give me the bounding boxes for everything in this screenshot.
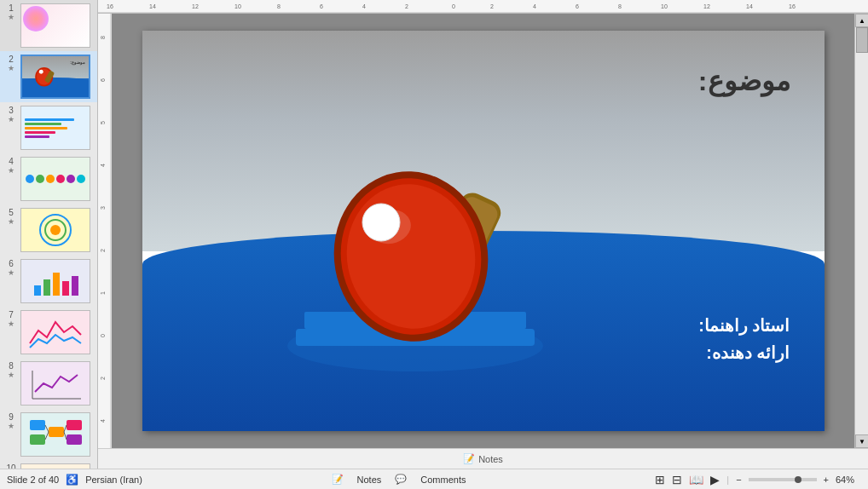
ruler-left: 8 6 5 4 3 2 1 0 2 4 6 bbox=[98, 14, 112, 448]
language-label: Persian (Iran) bbox=[85, 475, 142, 485]
paddle-illustration bbox=[279, 124, 552, 380]
svg-rect-16 bbox=[49, 427, 64, 437]
svg-text:10: 10 bbox=[661, 3, 668, 9]
svg-text:14: 14 bbox=[746, 3, 753, 9]
slide-thumb-5[interactable]: 5 ★ bbox=[0, 204, 97, 256]
ruler-top: 16 14 12 10 8 6 4 2 0 2 4 6 8 10 12 14 1… bbox=[98, 0, 868, 14]
svg-text:4: 4 bbox=[533, 3, 536, 9]
zoom-out-button[interactable]: − bbox=[736, 475, 741, 485]
scroll-thumb[interactable] bbox=[856, 27, 868, 53]
svg-line-22 bbox=[64, 432, 67, 440]
notes-status-label[interactable]: Notes bbox=[357, 475, 382, 485]
svg-rect-14 bbox=[30, 420, 45, 430]
svg-text:8: 8 bbox=[100, 36, 106, 39]
slide-thumb-7[interactable]: 7 ★ bbox=[0, 307, 97, 358]
vertical-scrollbar[interactable]: ▲ ▼ bbox=[854, 14, 868, 448]
slide-title: موضوع: bbox=[698, 65, 790, 97]
notes-label: Notes bbox=[478, 454, 503, 464]
scroll-track[interactable] bbox=[855, 27, 868, 434]
content-area: 16 14 12 10 8 6 4 2 0 2 4 6 8 10 12 14 1… bbox=[98, 0, 868, 469]
svg-text:2: 2 bbox=[490, 3, 494, 9]
svg-text:14: 14 bbox=[149, 3, 156, 9]
reading-view-icon[interactable]: 📖 bbox=[689, 473, 703, 486]
slide-frame: موضوع: bbox=[142, 31, 825, 431]
scroll-down-button[interactable]: ▼ bbox=[855, 434, 868, 448]
status-bar: Slide 2 of 40 ♿ Persian (Iran) 📝 Notes 💬… bbox=[0, 469, 868, 489]
svg-rect-11 bbox=[72, 276, 78, 296]
svg-text:6: 6 bbox=[576, 3, 579, 9]
accessibility-icon: ♿ bbox=[66, 474, 78, 486]
slide-thumbnail-8 bbox=[20, 361, 90, 406]
zoom-slider[interactable] bbox=[749, 478, 817, 481]
zoom-level[interactable]: 64% bbox=[836, 475, 861, 485]
svg-line-19 bbox=[45, 425, 49, 432]
slideshow-icon[interactable]: ▶ bbox=[710, 473, 720, 486]
slide-thumb-10[interactable]: 10 ★ ★ bbox=[0, 460, 97, 469]
svg-text:3: 3 bbox=[100, 206, 106, 210]
svg-text:10: 10 bbox=[234, 3, 241, 9]
svg-text:5: 5 bbox=[100, 121, 106, 124]
svg-text:6: 6 bbox=[320, 3, 323, 9]
svg-text:6: 6 bbox=[100, 78, 106, 82]
comments-label[interactable]: Comments bbox=[420, 475, 466, 485]
svg-text:16: 16 bbox=[789, 3, 796, 9]
notes-status-icon[interactable]: 📝 bbox=[332, 474, 344, 485]
svg-text:2: 2 bbox=[100, 377, 106, 380]
separator: | bbox=[726, 475, 729, 485]
svg-line-20 bbox=[45, 432, 49, 440]
slide-panel: 1 ★ 2 ★ موضوع: bbox=[0, 0, 98, 469]
svg-text:4: 4 bbox=[100, 164, 106, 167]
svg-rect-8 bbox=[43, 279, 50, 296]
svg-text:0: 0 bbox=[452, 3, 455, 9]
slide-canvas: موضوع: bbox=[112, 14, 854, 448]
slide-thumb-6[interactable]: 6 ★ bbox=[0, 256, 97, 307]
slide-thumbnail-10: ★ bbox=[20, 463, 90, 469]
zoom-in-button[interactable]: + bbox=[824, 475, 829, 485]
svg-text:12: 12 bbox=[703, 3, 710, 9]
slide-thumb-1[interactable]: 1 ★ bbox=[0, 0, 97, 51]
notes-bar[interactable]: 📝 Notes bbox=[98, 448, 868, 469]
svg-rect-15 bbox=[30, 434, 45, 445]
slide-thumb-4[interactable]: 4 ★ bbox=[0, 153, 97, 204]
svg-text:2: 2 bbox=[405, 3, 408, 9]
svg-text:4: 4 bbox=[362, 3, 366, 9]
svg-point-69 bbox=[368, 211, 382, 221]
svg-text:0: 0 bbox=[100, 334, 106, 337]
slide-thumbnail-1 bbox=[20, 3, 90, 48]
slide-and-ruler: 8 6 5 4 3 2 1 0 2 4 6 bbox=[98, 14, 868, 448]
slide-thumbnail-5 bbox=[20, 208, 90, 252]
presenter-label: ارائه دهنده: bbox=[698, 342, 790, 363]
svg-text:16: 16 bbox=[107, 3, 113, 9]
svg-text:12: 12 bbox=[192, 3, 199, 9]
slide-bottom-labels: استاد راهنما: ارائه دهنده: bbox=[698, 315, 790, 363]
svg-point-6 bbox=[50, 225, 61, 235]
svg-text:8: 8 bbox=[618, 3, 622, 9]
slide-sorter-icon[interactable]: ⊟ bbox=[672, 473, 682, 486]
slide-thumbnail-6 bbox=[20, 259, 90, 303]
svg-text:2: 2 bbox=[100, 249, 106, 252]
slide-thumbnail-7 bbox=[20, 310, 90, 354]
comments-icon[interactable]: 💬 bbox=[395, 474, 407, 485]
svg-text:1: 1 bbox=[100, 291, 106, 295]
svg-text:8: 8 bbox=[277, 3, 281, 9]
scroll-up-button[interactable]: ▲ bbox=[855, 14, 868, 27]
svg-rect-9 bbox=[53, 273, 60, 296]
notes-icon: 📝 bbox=[463, 453, 475, 464]
svg-rect-18 bbox=[67, 434, 82, 445]
instructor-label: استاد راهنما: bbox=[698, 315, 790, 336]
normal-view-icon[interactable]: ⊞ bbox=[655, 473, 665, 486]
slide-info: Slide 2 of 40 bbox=[7, 475, 59, 485]
svg-point-3 bbox=[39, 70, 43, 74]
slide-thumb-3[interactable]: 3 ★ bbox=[0, 102, 97, 153]
svg-line-21 bbox=[64, 425, 67, 432]
slide-thumb-2[interactable]: 2 ★ موضوع: bbox=[0, 51, 97, 102]
slide-thumb-9[interactable]: 9 ★ bbox=[0, 409, 97, 460]
zoom-slider-thumb bbox=[795, 476, 801, 483]
slide-thumbnail-9 bbox=[20, 412, 90, 457]
svg-text:4: 4 bbox=[100, 419, 106, 423]
svg-rect-7 bbox=[34, 285, 41, 296]
slide-thumbnail-4 bbox=[20, 157, 90, 201]
slide-thumb-8[interactable]: 8 ★ bbox=[0, 358, 97, 409]
slide-thumbnail-2: موضوع: bbox=[20, 55, 90, 99]
svg-rect-10 bbox=[62, 281, 69, 296]
